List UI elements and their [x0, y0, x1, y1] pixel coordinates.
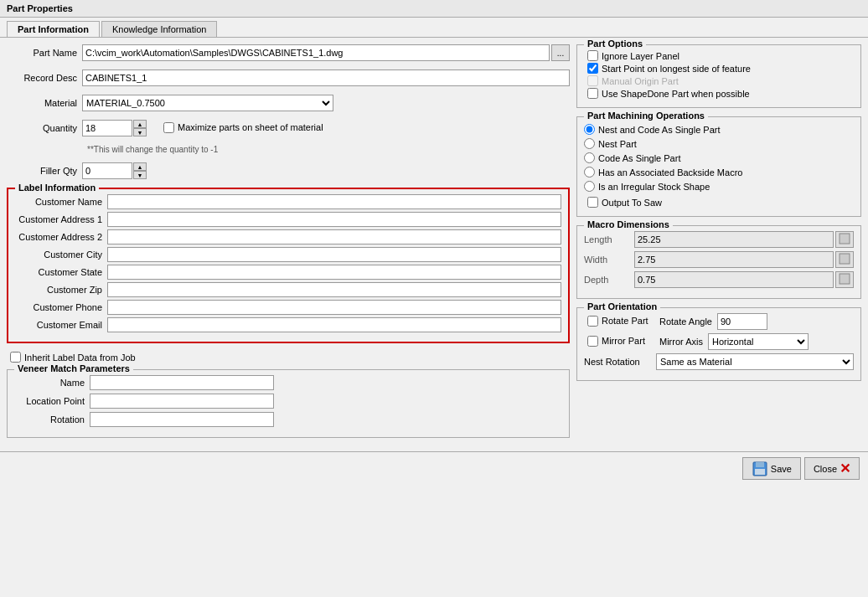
rotate-part-checkbox[interactable]: [587, 316, 598, 327]
filler-qty-row: Filler Qty ▲ ▼: [7, 162, 570, 179]
veneer-name-input[interactable]: [90, 375, 274, 390]
inherit-label-checkbox-label: Inherit Label Data from Job: [10, 352, 570, 363]
filler-qty-down-button[interactable]: ▼: [133, 171, 147, 179]
rotate-part-row: Rotate Part Rotate Angle: [584, 313, 854, 330]
customer-state-input[interactable]: [107, 265, 561, 280]
quantity-input[interactable]: [82, 120, 132, 136]
rotate-part-checkbox-label: Rotate Part: [587, 316, 654, 327]
machining-option-2: Code As Single Part: [584, 152, 854, 163]
use-shape-checkbox[interactable]: [587, 88, 598, 99]
macro-dimensions-title: Macro Dimensions: [584, 219, 673, 229]
veneer-name-row: Name: [14, 375, 562, 390]
close-button[interactable]: Close ✕: [804, 457, 860, 480]
part-name-label: Part Name: [7, 48, 82, 58]
tab-knowledge-information[interactable]: Knowledge Information: [101, 21, 218, 37]
macro-depth-button[interactable]: [835, 271, 854, 288]
machining-radio-3[interactable]: [584, 167, 595, 178]
manual-origin-checkbox[interactable]: [587, 75, 598, 86]
mirror-part-checkbox-label: Mirror Part: [587, 336, 654, 347]
machining-radio-2[interactable]: [584, 152, 595, 163]
customer-city-input[interactable]: [107, 247, 561, 262]
customer-address1-row: Customer Address 1: [15, 212, 561, 227]
filler-qty-label: Filler Qty: [7, 166, 82, 176]
material-label: Material: [7, 98, 82, 108]
title-bar: Part Properties: [0, 0, 868, 18]
material-dropdown[interactable]: MATERIAL_0.7500: [82, 95, 333, 111]
nest-rotation-dropdown[interactable]: Same as Material 0 90 180 270: [656, 353, 854, 370]
mirror-axis-label: Mirror Axis: [659, 337, 703, 347]
start-point-checkbox[interactable]: [587, 63, 598, 74]
customer-email-label: Customer Email: [15, 320, 107, 330]
veneer-rotation-label: Rotation: [14, 414, 90, 425]
part-machining-title: Part Machining Operations: [584, 111, 708, 121]
macro-width-label: Width: [584, 255, 634, 265]
part-machining-group: Part Machining Operations Nest and Code …: [576, 116, 861, 217]
customer-phone-input[interactable]: [107, 300, 561, 315]
customer-name-label: Customer Name: [15, 197, 107, 207]
macro-length-row: Length: [584, 231, 854, 248]
quantity-up-button[interactable]: ▲: [133, 120, 147, 128]
label-info-title: Label Information: [15, 183, 99, 193]
machining-radio-0[interactable]: [584, 124, 595, 135]
output-saw-checkbox[interactable]: [587, 197, 598, 208]
veneer-name-label: Name: [14, 378, 90, 388]
use-shape-label: Use ShapeDone Part when possible: [587, 88, 854, 99]
machining-option-0: Nest and Code As Single Part: [584, 124, 854, 135]
filler-qty-up-button[interactable]: ▲: [133, 162, 147, 171]
mirror-axis-dropdown[interactable]: Horizontal Vertical: [708, 333, 809, 350]
maximize-checkbox[interactable]: [163, 122, 174, 133]
veneer-rotation-row: Rotation: [14, 412, 562, 427]
save-button[interactable]: Save: [742, 457, 801, 480]
record-desc-row: Record Desc: [7, 69, 570, 86]
filler-qty-input[interactable]: [82, 162, 132, 179]
customer-zip-input[interactable]: [107, 282, 561, 297]
quantity-row: Quantity ▲ ▼ Maximize parts on sheet of …: [7, 120, 570, 136]
customer-zip-row: Customer Zip: [15, 282, 561, 297]
customer-address2-input[interactable]: [107, 229, 561, 244]
label-information-group: Label Information Customer Name Customer…: [7, 188, 570, 343]
veneer-rotation-input[interactable]: [90, 412, 274, 427]
browse-button[interactable]: ...: [551, 44, 570, 61]
machining-radio-4[interactable]: [584, 181, 595, 192]
nest-rotation-row: Nest Rotation Same as Material 0 90 180 …: [584, 353, 854, 370]
machining-radio-1[interactable]: [584, 138, 595, 149]
part-options-title: Part Options: [584, 39, 646, 49]
veneer-location-input[interactable]: [90, 394, 274, 409]
part-name-input[interactable]: [82, 44, 550, 61]
part-options-group: Part Options Ignore Layer Panel Start Po…: [576, 44, 861, 108]
record-desc-label: Record Desc: [7, 73, 82, 83]
macro-width-input: [634, 251, 834, 268]
tab-bar: Part Information Knowledge Information: [0, 18, 868, 38]
customer-phone-label: Customer Phone: [15, 302, 107, 312]
veneer-location-row: Location Point: [14, 394, 562, 409]
machining-option-1: Nest Part: [584, 138, 854, 149]
rotate-angle-label: Rotate Angle: [659, 317, 712, 327]
customer-address2-label: Customer Address 2: [15, 232, 107, 242]
ignore-layer-checkbox[interactable]: [587, 50, 598, 61]
material-row: Material MATERIAL_0.7500: [7, 95, 570, 111]
quantity-down-button[interactable]: ▼: [133, 128, 147, 136]
output-saw-label: Output To Saw: [587, 197, 854, 208]
tab-part-information[interactable]: Part Information: [7, 21, 100, 37]
macro-length-button[interactable]: [835, 231, 854, 248]
macro-length-label: Length: [584, 234, 634, 244]
inherit-label-checkbox[interactable]: [10, 352, 21, 363]
bottom-bar: Save Close ✕: [0, 451, 868, 485]
mirror-part-row: Mirror Part Mirror Axis Horizontal Verti…: [584, 333, 854, 350]
customer-email-input[interactable]: [107, 317, 561, 332]
customer-address1-label: Customer Address 1: [15, 214, 107, 224]
quantity-label: Quantity: [7, 123, 82, 133]
customer-address1-input[interactable]: [107, 212, 561, 227]
rotate-angle-input[interactable]: [717, 313, 767, 330]
customer-state-label: Customer State: [15, 267, 107, 277]
record-desc-input[interactable]: [82, 69, 570, 86]
customer-email-row: Customer Email: [15, 317, 561, 332]
svg-rect-0: [840, 234, 850, 244]
mirror-part-checkbox[interactable]: [587, 336, 598, 347]
macro-width-button[interactable]: [835, 251, 854, 268]
svg-rect-1: [840, 254, 850, 264]
customer-name-input[interactable]: [107, 194, 561, 209]
customer-name-row: Customer Name: [15, 194, 561, 209]
window-title: Part Properties: [7, 3, 73, 13]
macro-dimensions-group: Macro Dimensions Length Width Depth: [576, 225, 861, 299]
